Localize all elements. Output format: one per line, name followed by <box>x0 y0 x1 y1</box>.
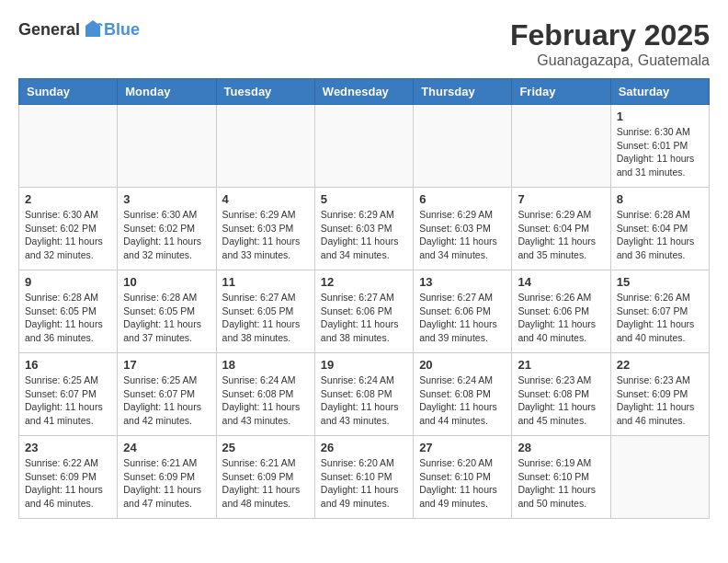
day-number: 19 <box>321 358 407 372</box>
day-info: Sunrise: 6:20 AM Sunset: 6:10 PM Dayligh… <box>321 456 407 511</box>
calendar-day-cell: 18Sunrise: 6:24 AM Sunset: 6:08 PM Dayli… <box>216 353 314 436</box>
day-number: 26 <box>321 441 407 454</box>
day-info: Sunrise: 6:29 AM Sunset: 6:03 PM Dayligh… <box>419 208 506 262</box>
calendar-day-cell: 21Sunrise: 6:23 AM Sunset: 6:08 PM Dayli… <box>512 353 610 436</box>
calendar-header-row: SundayMondayTuesdayWednesdayThursdayFrid… <box>19 79 710 105</box>
day-number: 13 <box>419 275 506 289</box>
calendar-day-cell <box>216 105 314 188</box>
calendar-day-header: Monday <box>118 79 216 105</box>
day-number: 3 <box>123 192 210 206</box>
day-info: Sunrise: 6:23 AM Sunset: 6:08 PM Dayligh… <box>518 373 604 428</box>
day-number: 12 <box>321 275 407 289</box>
day-info: Sunrise: 6:29 AM Sunset: 6:03 PM Dayligh… <box>222 208 309 262</box>
calendar-day-cell <box>610 436 709 519</box>
day-info: Sunrise: 6:19 AM Sunset: 6:10 PM Dayligh… <box>518 456 604 511</box>
day-number: 16 <box>25 358 111 372</box>
day-info: Sunrise: 6:21 AM Sunset: 6:09 PM Dayligh… <box>222 456 309 511</box>
day-info: Sunrise: 6:26 AM Sunset: 6:06 PM Dayligh… <box>518 291 604 345</box>
calendar-day-header: Thursday <box>414 79 512 105</box>
calendar-day-cell: 17Sunrise: 6:25 AM Sunset: 6:07 PM Dayli… <box>118 353 216 436</box>
day-number: 17 <box>123 358 210 372</box>
day-number: 6 <box>419 192 506 206</box>
day-info: Sunrise: 6:22 AM Sunset: 6:09 PM Dayligh… <box>25 456 111 511</box>
calendar-day-cell <box>118 105 216 188</box>
day-info: Sunrise: 6:29 AM Sunset: 6:04 PM Dayligh… <box>518 208 604 262</box>
calendar-day-cell <box>314 105 413 188</box>
day-info: Sunrise: 6:29 AM Sunset: 6:03 PM Dayligh… <box>321 208 407 262</box>
calendar-day-cell: 24Sunrise: 6:21 AM Sunset: 6:09 PM Dayli… <box>118 436 216 519</box>
day-info: Sunrise: 6:25 AM Sunset: 6:07 PM Dayligh… <box>25 373 111 428</box>
day-number: 9 <box>25 275 111 289</box>
calendar-day-cell: 9Sunrise: 6:28 AM Sunset: 6:05 PM Daylig… <box>19 270 118 353</box>
month-title: February 2025 <box>510 18 710 52</box>
calendar-day-cell: 14Sunrise: 6:26 AM Sunset: 6:06 PM Dayli… <box>512 270 610 353</box>
calendar-day-cell: 5Sunrise: 6:29 AM Sunset: 6:03 PM Daylig… <box>314 188 413 270</box>
calendar-day-cell: 1Sunrise: 6:30 AM Sunset: 6:01 PM Daylig… <box>610 105 709 188</box>
calendar-day-cell: 27Sunrise: 6:20 AM Sunset: 6:10 PM Dayli… <box>414 436 512 519</box>
calendar-day-cell: 12Sunrise: 6:27 AM Sunset: 6:06 PM Dayli… <box>314 270 413 353</box>
calendar-day-cell: 22Sunrise: 6:23 AM Sunset: 6:09 PM Dayli… <box>610 353 709 436</box>
day-info: Sunrise: 6:27 AM Sunset: 6:06 PM Dayligh… <box>419 291 506 345</box>
page-header: General Blue February 2025 Guanagazapa, … <box>18 18 710 69</box>
day-number: 20 <box>419 358 506 372</box>
logo-icon <box>82 18 104 40</box>
day-info: Sunrise: 6:24 AM Sunset: 6:08 PM Dayligh… <box>222 373 309 428</box>
calendar-day-cell: 3Sunrise: 6:30 AM Sunset: 6:02 PM Daylig… <box>118 188 216 270</box>
day-number: 10 <box>123 275 210 289</box>
day-info: Sunrise: 6:24 AM Sunset: 6:08 PM Dayligh… <box>321 373 407 428</box>
calendar-day-cell <box>512 105 610 188</box>
calendar-day-cell: 6Sunrise: 6:29 AM Sunset: 6:03 PM Daylig… <box>414 188 512 270</box>
day-info: Sunrise: 6:28 AM Sunset: 6:05 PM Dayligh… <box>25 291 111 345</box>
calendar-day-header: Sunday <box>19 79 118 105</box>
calendar-day-header: Tuesday <box>216 79 314 105</box>
day-info: Sunrise: 6:28 AM Sunset: 6:04 PM Dayligh… <box>617 208 703 262</box>
calendar-day-cell <box>19 105 118 188</box>
calendar-day-cell: 19Sunrise: 6:24 AM Sunset: 6:08 PM Dayli… <box>314 353 413 436</box>
day-number: 7 <box>518 192 604 206</box>
logo-general: General <box>18 20 80 40</box>
day-info: Sunrise: 6:24 AM Sunset: 6:08 PM Dayligh… <box>419 373 506 428</box>
day-info: Sunrise: 6:25 AM Sunset: 6:07 PM Dayligh… <box>123 373 210 428</box>
calendar-week-row: 2Sunrise: 6:30 AM Sunset: 6:02 PM Daylig… <box>19 188 710 270</box>
day-number: 24 <box>123 441 210 454</box>
calendar-day-header: Saturday <box>610 79 709 105</box>
calendar-day-cell: 23Sunrise: 6:22 AM Sunset: 6:09 PM Dayli… <box>19 436 118 519</box>
calendar-day-cell: 2Sunrise: 6:30 AM Sunset: 6:02 PM Daylig… <box>19 188 118 270</box>
logo: General Blue <box>18 18 140 40</box>
calendar-day-cell: 4Sunrise: 6:29 AM Sunset: 6:03 PM Daylig… <box>216 188 314 270</box>
calendar-week-row: 9Sunrise: 6:28 AM Sunset: 6:05 PM Daylig… <box>19 270 710 353</box>
calendar-day-cell: 13Sunrise: 6:27 AM Sunset: 6:06 PM Dayli… <box>414 270 512 353</box>
calendar-day-cell: 28Sunrise: 6:19 AM Sunset: 6:10 PM Dayli… <box>512 436 610 519</box>
calendar-day-header: Wednesday <box>314 79 413 105</box>
calendar-day-cell: 7Sunrise: 6:29 AM Sunset: 6:04 PM Daylig… <box>512 188 610 270</box>
day-info: Sunrise: 6:30 AM Sunset: 6:01 PM Dayligh… <box>617 125 703 179</box>
day-info: Sunrise: 6:28 AM Sunset: 6:05 PM Dayligh… <box>123 291 210 345</box>
calendar-day-cell: 15Sunrise: 6:26 AM Sunset: 6:07 PM Dayli… <box>610 270 709 353</box>
calendar-day-cell: 25Sunrise: 6:21 AM Sunset: 6:09 PM Dayli… <box>216 436 314 519</box>
day-info: Sunrise: 6:27 AM Sunset: 6:06 PM Dayligh… <box>321 291 407 345</box>
day-number: 4 <box>222 192 309 206</box>
location: Guanagazapa, Guatemala <box>510 52 710 69</box>
day-number: 27 <box>419 441 506 454</box>
calendar-body: 1Sunrise: 6:30 AM Sunset: 6:01 PM Daylig… <box>19 105 710 519</box>
day-number: 1 <box>617 109 703 123</box>
day-number: 5 <box>321 192 407 206</box>
day-info: Sunrise: 6:20 AM Sunset: 6:10 PM Dayligh… <box>419 456 506 511</box>
calendar-day-cell: 10Sunrise: 6:28 AM Sunset: 6:05 PM Dayli… <box>118 270 216 353</box>
calendar-day-cell <box>414 105 512 188</box>
calendar-day-cell: 16Sunrise: 6:25 AM Sunset: 6:07 PM Dayli… <box>19 353 118 436</box>
day-number: 23 <box>25 441 111 454</box>
day-number: 8 <box>617 192 703 206</box>
day-info: Sunrise: 6:30 AM Sunset: 6:02 PM Dayligh… <box>25 208 111 262</box>
logo-blue: Blue <box>104 20 140 40</box>
day-number: 14 <box>518 275 604 289</box>
day-number: 15 <box>617 275 703 289</box>
day-number: 22 <box>617 358 703 372</box>
day-info: Sunrise: 6:21 AM Sunset: 6:09 PM Dayligh… <box>123 456 210 511</box>
calendar-week-row: 23Sunrise: 6:22 AM Sunset: 6:09 PM Dayli… <box>19 436 710 519</box>
calendar-day-cell: 8Sunrise: 6:28 AM Sunset: 6:04 PM Daylig… <box>610 188 709 270</box>
day-number: 28 <box>518 441 604 454</box>
calendar-day-header: Friday <box>512 79 610 105</box>
day-number: 25 <box>222 441 309 454</box>
calendar: SundayMondayTuesdayWednesdayThursdayFrid… <box>18 78 710 519</box>
